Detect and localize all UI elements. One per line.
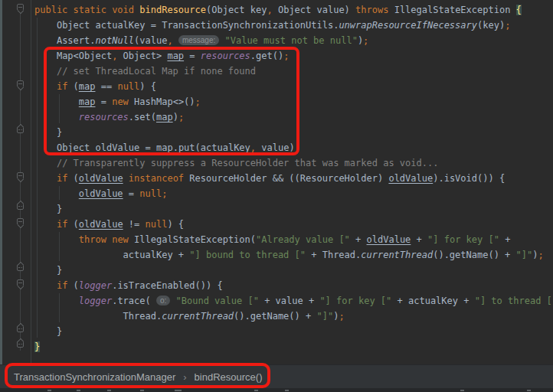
code-token: new [112,96,129,107]
code-token: (value [134,35,167,46]
code-token: ( [67,219,78,230]
code-line: // set ThreadLocal Map if none found [34,64,553,79]
code-token: = [184,51,201,61]
code-token: ().getName() + [234,311,316,322]
code-token: "Value must not be null" [224,35,357,46]
fold-expand-icon[interactable] [17,279,24,286]
breadcrumb-class[interactable]: TransactionSynchronizationManager [14,371,175,383]
code-token: Object> [117,51,167,61]
code-token: new [112,234,129,245]
code-editor[interactable]: public static void bindResource(Object k… [34,2,553,354]
code-line: resources.set(map); [34,109,553,125]
code-token: oldValue [79,173,123,184]
code-line: throw new IllegalStateException("Already… [34,232,553,247]
code-token: value) [256,142,295,153]
code-token: resources [201,51,250,61]
code-token: = [123,188,140,199]
code-token: .set( [129,112,156,122]
code-token: oldValue [79,188,123,199]
status-mark [140,390,144,391]
code-token: + Thread. [306,250,361,260]
code-indent [34,127,57,138]
status-bar-sliver [0,388,553,392]
code-token: HashMap<>() [129,96,195,107]
code-token: map [156,142,173,153]
code-token: if [57,173,67,184]
code-token: + [350,234,367,245]
code-line: logger.trace( o: "Bound value [" + value… [34,293,553,309]
code-token: map [79,81,96,92]
code-line: } [34,324,553,339]
code-token [123,173,129,184]
code-token: != [123,219,146,230]
ide-window: public static void bindResource(Object k… [0,0,553,392]
code-indent [34,204,57,214]
code-token: + actualKey + [391,296,474,306]
fold-expand-icon[interactable] [17,218,24,225]
code-line: actualKey + "] bound to thread [" + Thre… [34,247,553,263]
code-token: // Transparently suppress a ResourceHold… [57,158,439,168]
code-token: throws [355,5,388,15]
code-line: Thread.currentThread().getName() + "]"); [34,309,553,324]
code-token: ) { [167,219,184,230]
code-token: currentThread [361,250,433,260]
code-line: Assert.notNull(value, message: "Value mu… [34,33,553,48]
code-token: "] for key [" [319,296,391,306]
fold-expand-icon[interactable] [17,172,24,179]
code-token: "]" [316,311,333,322]
code-indent [34,20,57,31]
fold-collapse-icon[interactable] [17,325,24,332]
code-token: if [57,219,67,230]
code-line: if (oldValue != null) { [34,217,553,232]
code-indent [34,280,57,291]
code-line: } [34,201,553,217]
code-line: // Transparently suppress a ResourceHold… [34,155,553,171]
code-token: , [167,35,172,46]
code-line: if (logger.isTraceEnabled()) { [34,278,553,293]
code-token: == [96,81,118,92]
code-token: Assert. [57,35,96,46]
code-indent [34,96,79,107]
code-token: Object value) [273,5,355,15]
code-indent [34,219,57,230]
fold-collapse-icon[interactable] [17,126,24,133]
code-token: actualKey + [123,250,190,260]
status-mark [254,390,258,391]
code-token: + [411,234,427,245]
code-line: Object actualKey = TransactionSynchroniz… [34,18,553,33]
fold-collapse-icon[interactable] [17,203,24,210]
status-mark [460,390,464,391]
code-token: , [250,142,256,153]
fold-collapse-icon[interactable] [17,264,24,271]
code-indent [34,112,79,122]
fold-expand-icon[interactable] [17,80,24,87]
code-token: Object actualKey = TransactionSynchroniz… [57,20,339,31]
fold-expand-icon[interactable] [17,4,24,11]
gutter-separator [31,0,31,364]
code-token: ) [173,112,178,122]
code-token: IllegalStateException( [129,234,256,245]
fold-collapse-icon[interactable] [17,341,24,348]
code-token: "Already value [" [256,234,350,245]
breadcrumb-method[interactable]: bindResource() [195,371,263,383]
breadcrumb: TransactionSynchronizationManager › bind… [0,364,553,388]
code-line: } [34,339,553,354]
code-token: .put(actualKey [173,142,250,153]
code-token: .trace( [112,296,156,306]
code-line: map = new HashMap<>(); [34,94,553,109]
code-token: "] for key [" [427,234,499,245]
code-indent [34,326,57,337]
status-mark [175,390,182,391]
code-token [173,35,178,46]
code-token: notNull [95,35,134,46]
code-token: unwrapResourceIfNecessary [339,20,477,31]
code-token: Map<Object [57,51,112,61]
code-token: ; [295,142,300,153]
code-token: currentThread [162,311,234,322]
code-token: public static void [34,5,139,15]
code-token: if [57,81,67,92]
code-token: bindResource [139,5,206,15]
code-line: Object oldValue = map.put(actualKey, val… [34,140,553,155]
code-token: instanceof [129,173,184,184]
code-token: , [267,5,272,15]
